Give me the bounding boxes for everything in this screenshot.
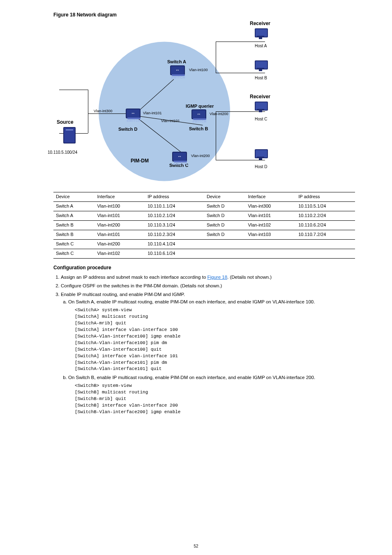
- igmp-querier-label: IGMP querier: [186, 103, 214, 110]
- th-interface: Interface: [95, 192, 145, 202]
- pc-icon: [254, 28, 267, 39]
- cell: Switch D: [204, 230, 245, 240]
- cell: [296, 249, 355, 259]
- cmd-line: [SwitchA-Vlan-interface100] pim dm: [75, 340, 355, 347]
- diagram-line: [216, 111, 216, 160]
- switch-icon: SWITCH: [172, 152, 187, 162]
- vlan-int101a-label: Vlan-int101: [143, 111, 162, 116]
- switch-b-node: SWITCH: [191, 109, 205, 120]
- cell: 10.110.1.1/24: [145, 202, 204, 211]
- host-d-label: Host D: [255, 164, 267, 170]
- vlan-int101b-label: Vlan-int101: [161, 118, 180, 124]
- cell: Vlan-int101: [245, 211, 296, 221]
- table-header-row: Device Interface IP address Device Inter…: [53, 192, 355, 202]
- page-number: 52: [194, 543, 198, 550]
- switch-c-node: SWITCH Switch C: [169, 152, 188, 169]
- pc-icon: [254, 60, 267, 71]
- switch-d-node: SWITCH: [126, 109, 139, 119]
- pc-icon: [254, 102, 267, 112]
- server-icon: [63, 127, 76, 143]
- cmd-line: [SwitchB-Vlan-interface200] igmp enable: [75, 409, 355, 416]
- cell: Switch C: [53, 249, 95, 259]
- vlan-int300-label: Vlan-int300: [94, 109, 113, 114]
- cell: 10.110.2.3/24: [145, 230, 204, 240]
- cell: [245, 240, 296, 249]
- cell: Switch A: [53, 211, 95, 221]
- figure-18-link[interactable]: Figure 18: [208, 275, 228, 280]
- th-ip2: IP address: [296, 192, 355, 202]
- step-3b: On Switch B, enable IP multicast routing…: [68, 374, 355, 381]
- cell: Switch D: [204, 211, 245, 221]
- cell: Switch B: [53, 221, 95, 230]
- table-row: Switch CVlan-int20010.110.4.1/24: [53, 240, 355, 249]
- table-row: Switch AVlan-int10010.110.1.1/24Switch D…: [53, 202, 355, 211]
- cell: [296, 240, 355, 249]
- step-1-tail: . (Details not shown.): [227, 275, 272, 280]
- step-3-sublist: On Switch A, enable IP multicast routing…: [61, 298, 355, 305]
- cell: [204, 240, 245, 249]
- host-c-label: Host C: [255, 116, 267, 123]
- cell: [245, 249, 296, 259]
- table-row: Switch BVlan-int20010.110.3.1/24Switch D…: [53, 221, 355, 230]
- pim-dm-label: PIM-DM: [131, 157, 149, 164]
- procedure-list: Assign an IP address and subnet mask to …: [53, 274, 355, 415]
- cmd-line: [SwitchA] interface vlan-interface 100: [75, 327, 355, 333]
- cell: [204, 249, 245, 259]
- switch-d-label: Switch D: [118, 126, 137, 133]
- switch-icon: SWITCH: [191, 109, 206, 119]
- switch-a-node: Switch A SWITCH: [167, 59, 186, 76]
- figure-caption: Figure 18 Network diagram: [53, 12, 355, 18]
- host-d-icon-wrap: [254, 149, 267, 160]
- diagram-line: [216, 160, 265, 160]
- host-a-icon-wrap: [254, 28, 267, 39]
- cell: 10.110.5.1/24: [296, 202, 355, 211]
- switch-a-commands: <SwitchA> system-view [SwitchA] multicas…: [75, 307, 355, 372]
- step-1-text: Assign an IP address and subnet mask to …: [61, 275, 208, 280]
- cell: 10.110.7.2/24: [296, 230, 355, 240]
- cmd-line: [SwitchA] interface vlan-interface 101: [75, 353, 355, 360]
- cell: Switch D: [204, 221, 245, 230]
- diagram-line: [88, 90, 88, 133]
- config-procedure-heading: Configuration procedure: [53, 264, 355, 271]
- cell: Vlan-int100: [95, 202, 145, 211]
- diagram-line: [216, 42, 265, 42]
- cmd-line: [SwitchA-Vlan-interface100] quit: [75, 347, 355, 353]
- diagram-line: [59, 90, 88, 90]
- switch-b-label: Switch B: [189, 126, 208, 132]
- switch-a-label: Switch A: [167, 59, 186, 65]
- step-3: Enable IP multicast routing, and enable …: [61, 291, 355, 416]
- cmd-line: <SwitchB> system-view: [75, 383, 355, 389]
- cmd-line: [SwitchA-Vlan-interface101] pim dm: [75, 360, 355, 366]
- cell: Vlan-int200: [95, 240, 145, 249]
- host-a-label: Host A: [255, 43, 267, 49]
- step-1: Assign an IP address and subnet mask to …: [61, 274, 355, 281]
- cell: Vlan-int101: [95, 211, 145, 221]
- cell: Switch C: [53, 240, 95, 249]
- receiver-mid-label: Receiver: [250, 93, 270, 100]
- source-ip: 10.110.5.100/24: [48, 150, 77, 156]
- cmd-line: [SwitchB-mrib] quit: [75, 396, 355, 402]
- table-row: Switch CVlan-int10210.110.6.1/24: [53, 249, 355, 259]
- cell: Switch D: [204, 202, 245, 211]
- step-2: Configure OSPF on the switches in the PI…: [61, 282, 355, 289]
- table-row: Switch BVlan-int10110.110.2.3/24Switch D…: [53, 230, 355, 240]
- step-3-text: Enable IP multicast routing, and enable …: [61, 292, 185, 297]
- diagram-line: [216, 73, 265, 73]
- cell: Switch B: [53, 230, 95, 240]
- cmd-line: [SwitchA-mrib] quit: [75, 320, 355, 327]
- vlan-int200-label: Vlan-int200: [210, 111, 228, 117]
- receiver-top-label: Receiver: [250, 20, 270, 27]
- cell: 10.110.2.2/24: [296, 211, 355, 221]
- th-ip: IP address: [145, 192, 204, 202]
- cell: 10.110.6.2/24: [296, 221, 355, 230]
- cmd-line: [SwitchA-Vlan-interface101] quit: [75, 366, 355, 372]
- cell: Switch A: [53, 202, 95, 211]
- cell: Vlan-int103: [245, 230, 296, 240]
- cell: 10.110.2.1/24: [145, 211, 204, 221]
- step-3-sublist-b: On Switch B, enable IP multicast routing…: [61, 374, 355, 381]
- diagram-line: [216, 42, 216, 73]
- host-c-icon-wrap: [254, 102, 267, 112]
- host-b-icon-wrap: [254, 60, 267, 71]
- cmd-line: <SwitchA> system-view: [75, 307, 355, 314]
- table-row: Switch AVlan-int10110.110.2.1/24Switch D…: [53, 211, 355, 221]
